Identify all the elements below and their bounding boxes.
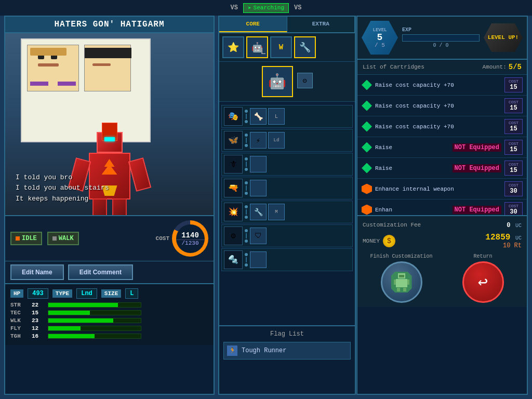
tec-val: 15: [32, 310, 45, 316]
stats-panel: HP 493 TYPE Lnd SIZE L STR 22 TEC 15 WLK…: [5, 283, 214, 345]
return-label: Return: [444, 254, 522, 259]
action-buttons: Edit Name Edit Comment: [5, 261, 214, 283]
edit-comment-button[interactable]: Edit Comment: [68, 264, 133, 280]
walk-label: WALK: [59, 235, 74, 242]
slot-extra[interactable]: 🔧: [294, 36, 316, 58]
cart-text-3: Raise cost capacity +70: [375, 124, 501, 130]
walk-dot: [52, 236, 57, 241]
equip-item-5[interactable]: 💥 🔧 M: [221, 201, 353, 223]
cart-item-5[interactable]: Raise NOT Equipped COST 15: [357, 158, 527, 179]
finish-col: Finish Customization: [363, 254, 440, 303]
flag-item-tough-runner[interactable]: 🏃 Tough Runner: [223, 342, 351, 360]
tabs-row: CORE EXTRA: [219, 17, 355, 33]
tab-icons: ⭐ 🤖 L W 🔧: [219, 33, 355, 62]
equip-item-1[interactable]: 🎭 🦴 L: [221, 105, 353, 128]
cart-item-3[interactable]: Raise cost capacity +70 COST 15: [357, 116, 527, 137]
money-uc-val: 12859: [485, 233, 510, 242]
tec-label: TEC: [10, 310, 29, 316]
wlk-label: WLK: [10, 317, 29, 324]
slot-sub-icon[interactable]: ⊝: [297, 73, 313, 88]
star-icon: ⭐: [228, 42, 239, 53]
walk-button[interactable]: WALK: [47, 232, 79, 245]
equip-box-1b: L: [268, 108, 285, 125]
cost-current: 1140: [181, 231, 199, 240]
left-panel: HATERS GON' HATIGARM: [4, 16, 215, 395]
equip-slot-2: 🦋: [224, 131, 243, 150]
selected-slot[interactable]: 🤖: [262, 66, 293, 97]
level-up-button[interactable]: LEVEL UP!: [484, 23, 523, 52]
flag-icon: 🏃: [227, 345, 237, 356]
slot-w[interactable]: W: [270, 36, 292, 58]
vs-right: VS: [294, 4, 301, 11]
cart-not-equipped-7: NOT Equipped: [453, 206, 501, 214]
equip-item-3[interactable]: 🗡: [221, 153, 353, 176]
slot-label-l: L: [260, 46, 266, 57]
searching-box: ➤ Searching: [243, 3, 289, 13]
equip-empty-7: [250, 251, 267, 268]
slot-star[interactable]: ⭐: [222, 36, 244, 58]
wlk-bar-bg: [48, 318, 141, 323]
equip-empty-3: [250, 156, 267, 172]
exp-bar: [402, 34, 480, 42]
tab-extra[interactable]: EXTRA: [287, 17, 355, 32]
cart-item-6[interactable]: Enhance internal weapon COST 30: [357, 179, 527, 200]
equip-item-2[interactable]: 🦋 ⚡ Ld: [221, 129, 353, 152]
tab-core[interactable]: CORE: [219, 17, 287, 32]
equip-icon-2: 🦋: [228, 135, 238, 145]
edit-name-button[interactable]: Edit Name: [10, 264, 64, 280]
connector-4: [245, 181, 248, 195]
cart-amount-val: 5/5: [509, 63, 522, 71]
svg-rect-3: [407, 280, 409, 285]
cost-max: /1230: [176, 240, 205, 246]
slot-robot[interactable]: 🤖 L: [246, 36, 268, 58]
equip-icon-3: 🗡: [229, 159, 237, 169]
cart-cost-4: COST 15: [504, 140, 523, 155]
equip-item-7[interactable]: 🔩: [221, 248, 353, 271]
tec-bar-bg: [48, 310, 141, 315]
cart-item-1[interactable]: Raise cost capacity +70 COST 15: [357, 75, 527, 96]
cart-text-5: Raise: [375, 165, 449, 171]
type-value: Lnd: [76, 288, 97, 299]
cart-item-7[interactable]: Enhan NOT Equipped COST 30: [357, 200, 527, 215]
char-viewport: I told you bro I told you about stairs I…: [5, 33, 214, 215]
return-button[interactable]: ↩: [462, 261, 504, 303]
vs-left: VS: [231, 4, 238, 11]
equip-item-4[interactable]: 🔫: [221, 177, 353, 200]
cart-gem-4: [362, 142, 372, 153]
right-panel: LEVEL 5 / 5 EXP 0 / 0 LEVEL UP! List of …: [356, 16, 528, 395]
flag-text: Tough Runner: [242, 347, 286, 354]
cart-gem-7: [362, 205, 372, 215]
cart-title: List of Cartridges: [363, 64, 424, 70]
level-section: LEVEL 5 / 5 EXP 0 / 0 LEVEL UP!: [357, 17, 527, 60]
cart-item-4[interactable]: Raise NOT Equipped COST 15: [357, 137, 527, 158]
cart-gem-5: [362, 163, 372, 174]
equip-slot-5: 💥: [224, 203, 243, 221]
return-icon: ↩: [478, 272, 488, 292]
equip-item-6[interactable]: ⚙ 🛡: [221, 224, 353, 247]
w-label: W: [279, 43, 283, 51]
cart-not-equipped-5: NOT Equipped: [453, 164, 501, 172]
mid-panel: CORE EXTRA ⭐ 🤖 L W 🔧 🤖 ⊝ 🎭: [218, 16, 356, 395]
cart-text-7: Enhan: [375, 207, 449, 213]
arrow-icon: ➤: [248, 5, 251, 11]
equip-box-5b: M: [268, 204, 285, 220]
money-values: 12859 UC 10 Rt: [485, 233, 522, 249]
fee-uc: UC: [515, 223, 522, 229]
cart-gem-2: [362, 101, 372, 111]
char-dialogue: I told you bro I told you about stairs I…: [16, 172, 109, 205]
fly-label: FLY: [10, 325, 29, 331]
char-backdrop: [21, 38, 151, 142]
dialogue-line-3: It keeps happening: [16, 194, 109, 205]
custom-section: Customization Fee 0 UC MONEY $ 12859 UC …: [357, 215, 527, 307]
selected-slot-detail: ⊝: [297, 73, 313, 90]
idle-button[interactable]: IDLE: [10, 232, 42, 245]
status-bar: IDLE WALK COST 1140 /1230: [5, 215, 214, 261]
str-bar-bg: [48, 302, 141, 308]
custom-fee-label: Customization Fee: [363, 222, 421, 228]
equip-icon-4: 🔫: [228, 183, 238, 193]
finish-customization-button[interactable]: [381, 261, 422, 303]
cart-header: List of Cartridges Amount: 5/5: [357, 60, 527, 75]
exp-label: EXP: [402, 27, 411, 33]
cart-item-2[interactable]: Raise cost capacity +70 COST 15: [357, 96, 527, 116]
cart-cost-6: COST 30: [504, 181, 523, 196]
